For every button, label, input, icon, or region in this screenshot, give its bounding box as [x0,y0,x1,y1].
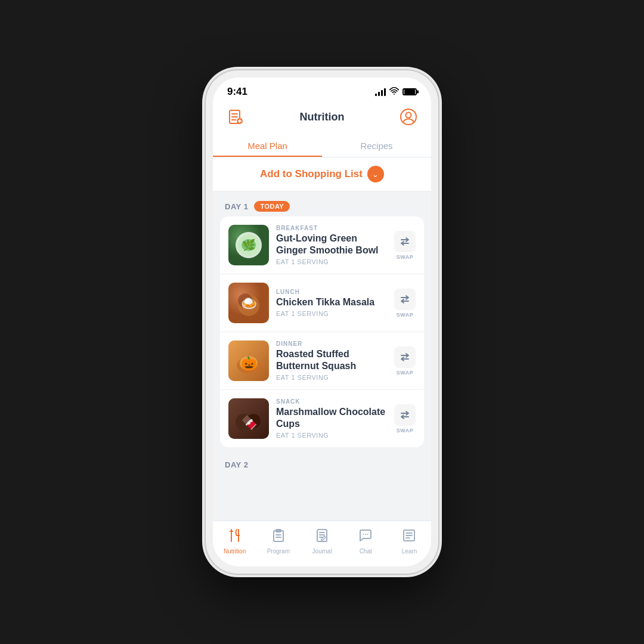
journal-icon [315,528,329,546]
svg-rect-35 [317,530,327,541]
profile-icon [400,109,417,125]
lunch-info: LUNCH Chicken Tikka Masala EAT 1 SERVING [276,289,387,317]
status-bar: 9:41 [213,78,431,101]
nav-item-journal[interactable]: Journal [300,526,343,557]
snack-swap-button[interactable]: SWAP [394,404,416,434]
nav-program-label: Program [267,548,290,555]
nav-chat-label: Chat [360,548,372,555]
utensils-icon [228,528,242,546]
phone-screen: 9:41 [213,78,431,566]
day2-label: DAY 2 [225,460,248,469]
page-title: Nutrition [300,111,345,123]
profile-button[interactable] [398,106,419,128]
battery-icon [402,88,417,95]
snack-meal-item[interactable]: 🍫 SNACK Marshmallow Chocolate Cups EAT 1… [220,390,424,447]
chevron-down-icon: ⌄ [367,166,384,182]
snack-thumbnail: 🍫 [228,398,269,439]
svg-point-40 [365,534,366,535]
nav-learn-label: Learn [402,548,417,555]
breakfast-swap-label: SWAP [397,254,414,260]
snack-serving: EAT 1 SERVING [276,432,387,439]
today-badge: TODAY [254,201,290,212]
breakfast-name: Gut-Loving Green Ginger Smoothie Bowl [276,233,387,256]
snack-info: SNACK Marshmallow Chocolate Cups EAT 1 S… [276,398,387,439]
nav-item-program[interactable]: Program [256,526,300,557]
nav-item-chat[interactable]: Chat [344,526,388,557]
signal-icon [375,88,386,96]
tabs-bar: Meal Plan Recipes [213,135,431,157]
bottom-nav: Nutrition Program [213,521,431,566]
clipboard-icon [271,528,286,546]
dinner-type-label: DINNER [276,340,387,347]
breakfast-thumbnail: 🌿 [228,225,269,265]
nav-item-learn[interactable]: Learn [388,526,431,557]
app-header: Nutrition [213,101,431,135]
tab-recipes[interactable]: Recipes [322,135,431,157]
breakfast-type-label: BREAKFAST [276,225,387,231]
day2-header: DAY 2 [213,452,431,475]
svg-text:🎃: 🎃 [241,355,258,371]
main-content: DAY 1 TODAY 🌿 [213,191,431,521]
lunch-meal-item[interactable]: 🍛 LUNCH Chicken Tikka Masala EAT 1 SERVI… [220,274,424,332]
svg-point-39 [363,534,364,535]
nav-nutrition-label: Nutrition [224,548,246,555]
breakfast-meal-item[interactable]: 🌿 BREAKFAST Gut-Loving Green Ginger Smoo… [220,216,424,274]
lunch-swap-button[interactable]: SWAP [394,289,416,318]
snack-name: Marshmallow Chocolate Cups [276,406,387,430]
dinner-serving: EAT 1 SERVING [276,374,387,381]
breakfast-swap-button[interactable]: SWAP [394,231,416,260]
dinner-thumbnail: 🎃 [228,340,269,381]
nav-journal-label: Journal [312,548,332,555]
breakfast-serving: EAT 1 SERVING [276,258,387,265]
swap-icon [394,289,416,310]
swap-icon [394,231,416,252]
svg-text:🍛: 🍛 [241,295,258,311]
dinner-info: DINNER Roasted Stuffed Butternut Squash … [276,340,387,381]
lunch-serving: EAT 1 SERVING [276,310,387,317]
swap-icon [394,346,416,368]
breakfast-info: BREAKFAST Gut-Loving Green Ginger Smooth… [276,225,387,265]
dinner-swap-button[interactable]: SWAP [394,346,416,376]
learn-icon [402,528,416,546]
day1-header: DAY 1 TODAY [213,191,431,216]
tab-meal-plan[interactable]: Meal Plan [213,135,322,157]
swap-icon [394,404,416,426]
add-to-shopping-list-button[interactable]: Add to Shopping List ⌄ [213,157,431,191]
svg-point-0 [394,94,395,95]
snack-swap-label: SWAP [397,428,414,434]
dinner-name: Roasted Stuffed Butternut Squash [276,348,387,372]
dinner-meal-item[interactable]: 🎃 DINNER Roasted Stuffed Butternut Squas… [220,332,424,390]
dinner-swap-label: SWAP [397,370,414,376]
svg-text:🍫: 🍫 [241,414,258,431]
lunch-type-label: LUNCH [276,289,387,295]
nav-item-nutrition[interactable]: Nutrition [213,526,256,557]
wifi-icon [389,87,399,97]
shopping-list-header-button[interactable] [225,106,246,128]
status-icons [375,87,417,97]
chat-icon [358,528,373,546]
day1-label: DAY 1 [225,202,248,211]
svg-point-9 [405,113,411,118]
list-icon [228,109,243,125]
shopping-list-label: Add to Shopping List [260,168,363,180]
svg-point-41 [367,534,369,535]
lunch-name: Chicken Tikka Masala [276,296,387,308]
svg-text:🌿: 🌿 [242,239,256,252]
status-time: 9:41 [227,86,247,98]
lunch-swap-label: SWAP [397,312,414,318]
snack-type-label: SNACK [276,398,387,405]
lunch-thumbnail: 🍛 [228,283,269,323]
phone-shell: 9:41 [206,70,438,574]
day1-meals: 🌿 BREAKFAST Gut-Loving Green Ginger Smoo… [220,216,424,447]
